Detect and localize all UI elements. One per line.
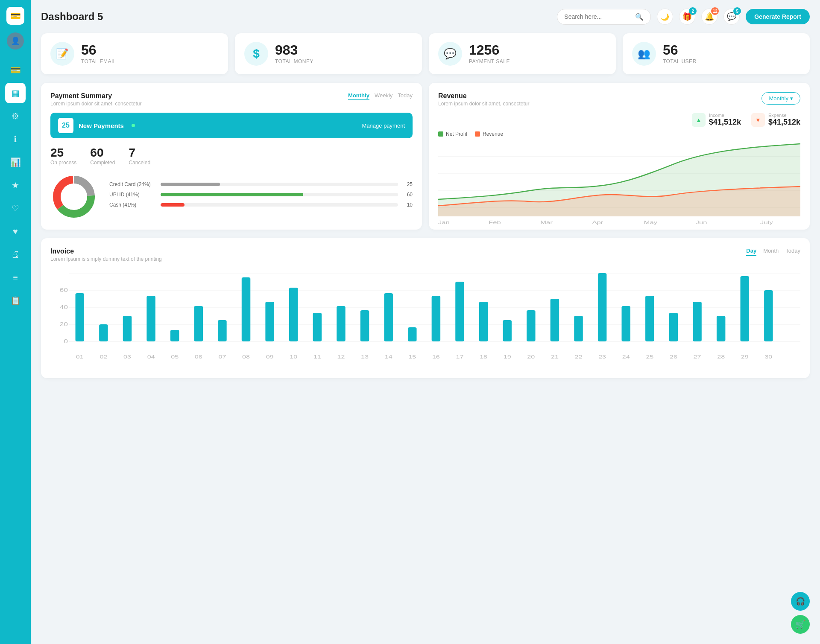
expense-label: Expense — [768, 113, 800, 118]
bar-20 — [527, 310, 535, 341]
svg-text:22: 22 — [575, 354, 583, 359]
sidebar-item-settings[interactable]: ⚙ — [5, 106, 26, 126]
search-icon[interactable]: 🔍 — [635, 13, 644, 21]
netprofit-dot — [438, 131, 443, 137]
cart-float-button[interactable]: 🛒 — [791, 615, 810, 634]
invoice-tab-month[interactable]: Month — [763, 248, 779, 256]
bar-22 — [574, 316, 583, 341]
invoice-tab-today[interactable]: Today — [785, 248, 800, 256]
bar-03 — [123, 316, 132, 341]
expense-value: $41,512k — [768, 118, 800, 127]
sidebar-item-list[interactable]: ≡ — [5, 267, 26, 288]
tab-monthly[interactable]: Monthly — [348, 92, 369, 100]
sidebar-item-wallet[interactable]: 💳 — [5, 60, 26, 80]
invoice-tab-day[interactable]: Day — [746, 248, 756, 256]
stat-payment-sale-label: PAYMENT SALE — [469, 58, 510, 64]
svg-text:14: 14 — [385, 354, 392, 359]
svg-text:25: 25 — [646, 354, 653, 359]
stat-card-email: 📝 56 TOTAL EMAIL — [41, 33, 228, 74]
invoice-tabs: Day Month Today — [746, 248, 800, 256]
revenue-chart: Jan Feb Mar Apr May Jun July 0 30 60 90 … — [438, 140, 800, 216]
tab-weekly[interactable]: Weekly — [375, 92, 392, 100]
svg-text:16: 16 — [432, 354, 440, 359]
svg-text:40: 40 — [59, 304, 68, 310]
stat-card-payment-sale: 💬 1256 PAYMENT SALE — [429, 33, 616, 74]
revenue-dot — [475, 131, 480, 137]
legend-netprofit-label: Net Profit — [446, 131, 467, 137]
expense-stat: ▼ Expense $41,512k — [751, 113, 800, 127]
svg-text:Apr: Apr — [592, 220, 603, 225]
bar-02 — [99, 324, 108, 341]
panels-grid: Payment Summary Lorem ipsum dolor sit am… — [41, 83, 810, 230]
bar-track-creditcard — [161, 183, 398, 186]
bar-row-creditcard: Credit Card (24%) 25 — [109, 181, 413, 187]
donut-chart — [50, 173, 97, 220]
bar-07 — [218, 320, 226, 341]
bar-row-cash: Cash (41%) 10 — [109, 202, 413, 208]
bar-26 — [669, 313, 678, 341]
bar-count-creditcard: 25 — [402, 181, 413, 187]
svg-text:23: 23 — [598, 354, 606, 359]
theme-toggle-button[interactable]: 🌙 — [657, 9, 673, 25]
sidebar-item-heart[interactable]: ♥ — [5, 221, 26, 242]
bell-icon-button[interactable]: 🔔 12 — [701, 9, 718, 25]
payment-tabs: Monthly Weekly Today — [348, 92, 413, 100]
bar-fill-upi — [161, 193, 303, 196]
chat-badge: 5 — [733, 7, 741, 15]
bar-04 — [146, 296, 155, 341]
revenue-dropdown[interactable]: Monthly ▾ — [761, 92, 800, 105]
sidebar-item-doc[interactable]: 📋 — [5, 290, 26, 311]
invoice-chart-svg: 0 20 40 60 — [50, 269, 800, 367]
legend-revenue: Revenue — [475, 131, 503, 137]
support-float-button[interactable]: 🎧 — [791, 592, 810, 611]
payment-summary-title: Payment Summary — [50, 92, 141, 100]
revenue-header: Revenue Lorem ipsum dolor sit amet, cons… — [438, 92, 800, 107]
search-input[interactable] — [564, 13, 632, 20]
svg-text:0: 0 — [64, 338, 68, 344]
manage-payment-link[interactable]: Manage payment — [362, 122, 405, 129]
sidebar-item-heart-outline[interactable]: ♡ — [5, 198, 26, 219]
invoice-subtitle: Lorem Ipsum is simply dummy text of the … — [50, 256, 162, 262]
payment-stat-canceled: 7 Canceled — [129, 146, 150, 166]
sidebar: 💳 👤 💳 ▦ ⚙ ℹ 📊 ★ ♡ ♥ 🖨 ≡ 📋 — [0, 0, 31, 644]
search-box[interactable]: 🔍 — [557, 9, 651, 25]
area-chart-svg: Jan Feb Mar Apr May Jun July 0 30 60 90 … — [438, 140, 800, 225]
stat-completed-value: 60 — [90, 146, 115, 160]
chat-icon-button[interactable]: 💬 5 — [723, 9, 740, 25]
svg-text:15: 15 — [408, 354, 416, 359]
svg-text:Jun: Jun — [696, 220, 707, 225]
stat-card-money: $ 983 TOTAL MONEY — [235, 33, 422, 74]
chevron-down-icon: ▾ — [790, 95, 793, 102]
svg-text:02: 02 — [100, 354, 107, 359]
revenue-stats: ▲ Income $41,512k ▼ Expense $41,512k — [438, 113, 800, 127]
tab-today[interactable]: Today — [398, 92, 413, 100]
bar-21 — [551, 299, 559, 341]
generate-report-button[interactable]: Generate Report — [746, 9, 810, 24]
svg-text:19: 19 — [504, 354, 511, 359]
svg-text:21: 21 — [551, 354, 559, 359]
gift-icon-button[interactable]: 🎁 2 — [679, 9, 695, 25]
svg-text:10: 10 — [290, 354, 297, 359]
main-content: Dashboard 5 🔍 🌙 🎁 2 🔔 12 💬 5 Generate Re… — [31, 0, 820, 644]
stat-canceled-value: 7 — [129, 146, 150, 160]
svg-text:11: 11 — [313, 354, 321, 359]
income-label: Income — [709, 113, 741, 118]
stat-user-label: TOTAL USER — [663, 58, 697, 64]
sidebar-item-chart[interactable]: 📊 — [5, 152, 26, 172]
new-payments-dot — [132, 124, 135, 127]
sidebar-item-print[interactable]: 🖨 — [5, 244, 26, 265]
sidebar-item-info[interactable]: ℹ — [5, 129, 26, 149]
income-value: $41,512k — [709, 118, 741, 127]
bar-16 — [432, 296, 440, 341]
stat-email-value: 56 — [81, 43, 116, 57]
stat-canceled-label: Canceled — [129, 160, 150, 166]
sidebar-item-star[interactable]: ★ — [5, 175, 26, 195]
legend-revenue-label: Revenue — [483, 131, 503, 137]
user-avatar[interactable]: 👤 — [7, 32, 24, 50]
svg-point-3 — [62, 185, 86, 209]
svg-text:13: 13 — [361, 354, 369, 359]
sidebar-item-dashboard[interactable]: ▦ — [5, 83, 26, 103]
bar-track-upi — [161, 193, 398, 196]
expense-icon: ▼ — [751, 113, 765, 127]
sidebar-logo[interactable]: 💳 — [6, 7, 24, 25]
